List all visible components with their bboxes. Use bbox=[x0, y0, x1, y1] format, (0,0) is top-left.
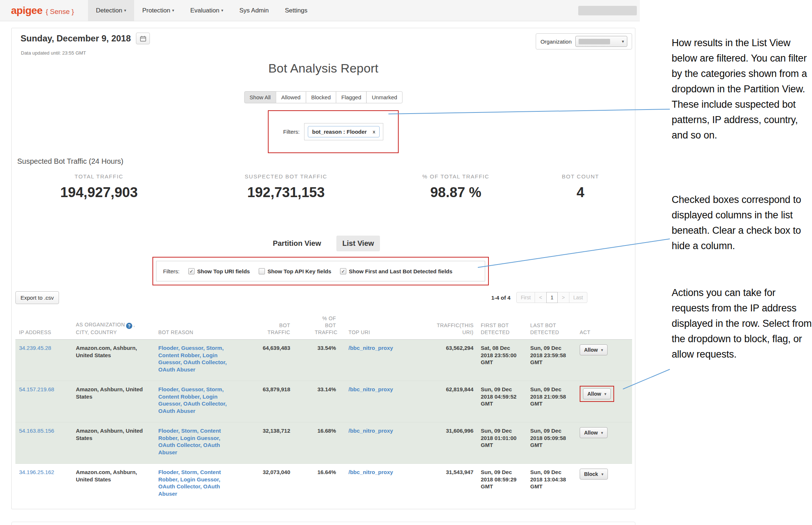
table-row: 54.163.85.156 Amazon, Ashburn, United St… bbox=[15, 422, 632, 464]
organization-selector: Organization ▾ bbox=[536, 33, 632, 49]
chevron-down-icon: ▾ bbox=[221, 8, 224, 12]
filter-show-top-api-key[interactable]: ✓ Show Top API Key fields bbox=[259, 268, 331, 274]
stat-total-traffic: TOTAL TRAFFIC 194,927,903 bbox=[12, 173, 186, 200]
help-icon[interactable]: ? bbox=[126, 323, 132, 329]
calendar-icon bbox=[140, 36, 146, 42]
checkbox-label: Show Top API Key fields bbox=[267, 268, 331, 274]
pagination-buttons: First < 1 > Last bbox=[516, 292, 587, 303]
next-panel-edge bbox=[11, 522, 635, 525]
action-dropdown[interactable]: Allow ▾ bbox=[580, 344, 608, 355]
stat-label: TOTAL TRAFFIC bbox=[12, 173, 186, 180]
checkbox-top-api-key[interactable]: ✓ bbox=[259, 268, 265, 274]
header-text: LAST BOT DETECTED bbox=[530, 322, 560, 336]
column-header-traffic-this-uri[interactable]: TRAFFIC(THIS URI) bbox=[413, 322, 477, 336]
top-uri-link[interactable]: /bbc_nitro_proxy bbox=[348, 345, 393, 351]
nav-item-protection[interactable]: Protection ▾ bbox=[134, 0, 182, 21]
table-row: 34.196.25.162 Amazon.com, Ashburn, Unite… bbox=[15, 464, 632, 505]
filter-show-top-uri[interactable]: ✓ Show Top URI fields bbox=[188, 268, 250, 274]
export-csv-button[interactable]: Export to .csv bbox=[15, 291, 59, 304]
checkbox-label: Show Top URI fields bbox=[197, 268, 250, 274]
column-header-top-uri[interactable]: TOP URI bbox=[340, 329, 413, 336]
stat-value: 192,731,153 bbox=[186, 185, 385, 200]
chevron-down-icon: ▾ bbox=[172, 8, 174, 12]
nav-item-evaluation[interactable]: Evaluation ▾ bbox=[182, 0, 231, 21]
bot-reason-links[interactable]: Flooder, Storm, Content Robber, Login Gu… bbox=[158, 428, 221, 455]
column-header-act: ACT bbox=[576, 329, 625, 336]
header-text: % OF BOT TRAFFIC bbox=[315, 315, 336, 336]
date-row: Sunday, December 9, 2018 bbox=[21, 33, 150, 44]
cell-first-bot-detected: Sun, 09 Dec 2018 04:59:52 GMT bbox=[477, 386, 527, 407]
cell-last-bot-detected: Sun, 09 Dec 2018 21:09:58 GMT bbox=[527, 386, 576, 407]
tab-blocked[interactable]: Blocked bbox=[306, 91, 336, 103]
column-header-pct-bot-traffic[interactable]: % OF BOT TRAFFIC bbox=[294, 315, 340, 336]
chevron-down-icon: ▾ bbox=[601, 348, 603, 352]
header-text: AS ORGANIZATION bbox=[76, 322, 125, 328]
bot-reason-links[interactable]: Flooder, Guessor, Storm, Content Robber,… bbox=[158, 386, 227, 414]
tab-list-view[interactable]: List View bbox=[336, 236, 380, 251]
filter-tag-label: bot_reason : Flooder bbox=[312, 129, 367, 135]
header-text: CITY, COUNTRY bbox=[76, 329, 117, 335]
action-dropdown[interactable]: Allow ▾ bbox=[583, 388, 611, 399]
user-account-redacted[interactable] bbox=[578, 6, 637, 15]
column-header-as-organization[interactable]: AS ORGANIZATION?, CITY, COUNTRY bbox=[72, 321, 155, 336]
annotation-box-action-dropdown: Allow ▾ bbox=[580, 386, 614, 402]
tab-unmarked[interactable]: Unmarked bbox=[366, 91, 403, 103]
action-dropdown[interactable]: Allow ▾ bbox=[580, 427, 608, 438]
action-label: Allow bbox=[584, 347, 598, 353]
report-date: Sunday, December 9, 2018 bbox=[21, 33, 131, 44]
bot-reason-links[interactable]: Flooder, Guessor, Storm, Content Robber,… bbox=[158, 345, 227, 373]
organization-label: Organization bbox=[540, 38, 572, 45]
tab-show-all[interactable]: Show All bbox=[244, 91, 276, 103]
cell-first-bot-detected: Sat, 08 Dec 2018 23:55:00 GMT bbox=[477, 344, 527, 366]
filter-field[interactable]: bot_reason : Flooder x bbox=[304, 123, 383, 140]
nav-item-settings[interactable]: Settings bbox=[277, 0, 315, 21]
pagination-last[interactable]: Last bbox=[569, 292, 587, 303]
top-uri-link[interactable]: /bbc_nitro_proxy bbox=[348, 428, 393, 434]
action-label: Allow bbox=[587, 391, 601, 397]
ip-address-link[interactable]: 54.163.85.156 bbox=[19, 428, 54, 434]
tab-partition-view[interactable]: Partition View bbox=[267, 236, 327, 251]
cell-last-bot-detected: Sun, 09 Dec 2018 05:09:58 GMT bbox=[527, 427, 576, 449]
table-row: 34.239.45.28 Amazon.com, Ashburn, United… bbox=[15, 340, 632, 381]
column-filters-bar: Filters: ✓ Show Top URI fields ✓ Show To… bbox=[156, 261, 485, 281]
column-header-bot-reason[interactable]: BOT REASON bbox=[155, 329, 239, 336]
organization-dropdown[interactable]: ▾ bbox=[575, 36, 627, 47]
stat-value: 4 bbox=[526, 185, 635, 200]
pagination-next[interactable]: > bbox=[557, 292, 569, 303]
ip-address-link[interactable]: 34.196.25.162 bbox=[19, 469, 54, 475]
stat-bot-count: BOT COUNT 4 bbox=[526, 173, 635, 200]
calendar-button[interactable] bbox=[136, 33, 150, 44]
stat-label: BOT COUNT bbox=[526, 173, 635, 180]
column-header-ip-address[interactable]: IP ADDRESS bbox=[15, 329, 72, 336]
checkbox-top-uri[interactable]: ✓ bbox=[188, 268, 195, 274]
report-panel: Sunday, December 9, 2018 Data updated un… bbox=[11, 28, 635, 509]
nav-item-label: Settings bbox=[285, 7, 307, 14]
nav-item-detection[interactable]: Detection ▾ bbox=[88, 0, 134, 21]
stat-value: 194,927,903 bbox=[12, 185, 186, 200]
pagination-page-1[interactable]: 1 bbox=[546, 292, 558, 303]
apigee-logo[interactable]: apigee { Sense } bbox=[11, 5, 74, 16]
column-header-last-bot-detected[interactable]: LAST BOT DETECTED bbox=[527, 322, 576, 336]
action-label: Block bbox=[584, 471, 598, 477]
cell-pct-bot-traffic: 16.64% bbox=[294, 469, 340, 476]
pagination-prev[interactable]: < bbox=[535, 292, 546, 303]
filter-show-first-last-detected[interactable]: ✓ Show First and Last Bot Detected field… bbox=[340, 268, 453, 274]
column-header-bot-traffic[interactable]: BOT TRAFFIC bbox=[239, 322, 294, 336]
top-uri-link[interactable]: /bbc_nitro_proxy bbox=[348, 469, 393, 475]
remove-filter-icon[interactable]: x bbox=[373, 129, 375, 134]
bot-reason-links[interactable]: Flooder, Storm, Content Robber, Login Gu… bbox=[158, 469, 221, 497]
pagination-first[interactable]: First bbox=[516, 292, 535, 303]
ip-address-link[interactable]: 34.239.45.28 bbox=[19, 345, 51, 351]
cell-first-bot-detected: Sun, 09 Dec 2018 01:01:00 GMT bbox=[477, 427, 527, 449]
tab-flagged[interactable]: Flagged bbox=[336, 91, 367, 103]
nav-item-sys-admin[interactable]: Sys Admin bbox=[231, 0, 277, 21]
column-header-first-bot-detected[interactable]: FIRST BOT DETECTED bbox=[477, 322, 527, 336]
top-uri-link[interactable]: /bbc_nitro_proxy bbox=[348, 386, 393, 392]
checkbox-first-last-detected[interactable]: ✓ bbox=[340, 268, 346, 274]
cell-as-organization: Amazon, Ashburn, United States bbox=[72, 427, 155, 441]
tab-allowed[interactable]: Allowed bbox=[276, 91, 306, 103]
cell-as-organization: Amazon, Ashburn, United States bbox=[72, 386, 155, 400]
action-dropdown[interactable]: Block ▾ bbox=[580, 469, 608, 480]
column-filters-label: Filters: bbox=[163, 268, 180, 274]
ip-address-link[interactable]: 54.157.219.68 bbox=[19, 386, 54, 392]
